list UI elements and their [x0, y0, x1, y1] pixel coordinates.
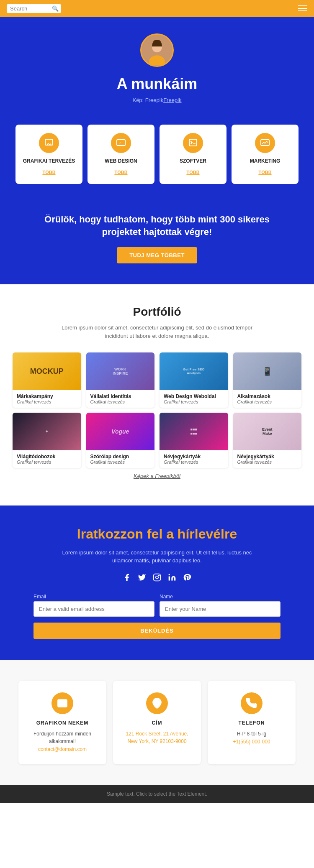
hero-title: A munkáim	[8, 75, 306, 93]
contact-address-text: 121 Rock Sreet, 21 Avenue, New York, NY …	[121, 730, 193, 745]
contact-card-email: GRAFIKON NEKEM Forduljon hozzám minden a…	[18, 681, 106, 764]
portfolio-item-cat-7: Grafikai tervezés	[237, 460, 298, 465]
svg-rect-6	[189, 139, 197, 146]
social-icons-row	[33, 573, 281, 584]
portfolio-item-7[interactable]: EventMake Névjegykártyák Grafikai tervez…	[233, 413, 302, 468]
contact-phone-link[interactable]: +1(555) 000-000	[233, 739, 270, 745]
site-footer: Sample text. Click to select the Text El…	[0, 785, 314, 803]
service-title-marketing: MARKETING	[237, 158, 293, 165]
portfolio-item-cat-5: Grafikai tervezés	[90, 460, 151, 465]
portfolio-grid: MOCKUP Márkakampány Grafikai tervezés WO…	[13, 352, 301, 468]
service-card-web: UI WEB DESIGN TÖBB	[88, 125, 154, 184]
phone-icon	[241, 692, 263, 714]
contact-card-phone: TELEFON H-P 8-tól 5-ig +1(555) 000-000	[208, 681, 296, 764]
portfolio-item-title-4: Világítódobozok	[17, 454, 77, 460]
marketing-icon	[255, 133, 275, 153]
newsletter-title: Iratkozzon fel a hírlevélre	[33, 526, 281, 542]
search-box[interactable]: 🔍	[7, 4, 61, 13]
svg-point-13	[156, 701, 159, 704]
svg-rect-4	[117, 140, 125, 146]
portfolio-item-title-0: Márkakampány	[17, 393, 77, 399]
service-more-szoftver[interactable]: TÖBB	[186, 170, 199, 175]
name-label: Name	[160, 594, 281, 600]
web-icon: UI	[111, 133, 131, 153]
portfolio-item-2[interactable]: Get Free SEOAnalysis Web Design Weboldal…	[160, 352, 228, 408]
hero-section: A munkáim Kép: FreepikFreepik	[0, 17, 314, 125]
service-more-grafikai[interactable]: TÖBB	[42, 170, 55, 175]
cta-button[interactable]: TUDJ MEG TÖBBET	[117, 247, 197, 263]
service-more-marketing[interactable]: TÖBB	[258, 170, 271, 175]
portfolio-item-cat-4: Grafikai tervezés	[17, 460, 77, 465]
svg-point-11	[169, 574, 170, 575]
portfolio-item-4[interactable]: ✦ Világítódobozok Grafikai tervezés	[13, 413, 81, 468]
service-card-grafikai: GRAFIKAI TERVEZÉS TÖBB	[15, 125, 82, 184]
linkedin-icon[interactable]	[168, 573, 176, 584]
svg-point-10	[159, 575, 160, 576]
email-field-group: Email	[33, 594, 154, 617]
portfolio-item-title-1: Vállalati identitás	[90, 393, 151, 399]
svg-text:UI: UI	[119, 141, 121, 144]
service-card-marketing: MARKETING TÖBB	[232, 125, 299, 184]
portfolio-item-title-7: Névjegykártyák	[237, 454, 298, 460]
email-input[interactable]	[33, 601, 154, 617]
portfolio-title: Portfólió	[13, 305, 301, 319]
services-section: GRAFIKAI TERVEZÉS TÖBB UI WEB DESIGN TÖB…	[0, 125, 314, 201]
contact-email-text: Forduljon hozzám minden alkalommal!	[27, 730, 98, 745]
footer-text: Sample text. Click to select the Text El…	[8, 791, 306, 797]
search-icon: 🔍	[52, 5, 59, 12]
instagram-icon[interactable]	[153, 573, 161, 584]
service-card-szoftver: SZOFTVER TÖBB	[160, 125, 226, 184]
portfolio-description: Lorem ipsum dolor sit amet, consectetur …	[52, 324, 262, 340]
portfolio-item-title-6: Névjegykártyák	[164, 454, 224, 460]
freepik-link[interactable]: Freepik	[163, 97, 181, 103]
svg-point-9	[156, 576, 159, 579]
cta-text: Örülök, hogy tudhatom, hogy több mint 30…	[25, 213, 289, 239]
newsletter-section: Iratkozzon fel a hírlevélre Lorem ipsum …	[0, 505, 314, 660]
service-title-grafikai: GRAFIKAI TERVEZÉS	[21, 158, 77, 165]
contact-email-link[interactable]: contact@domain.com	[38, 746, 87, 752]
location-icon	[146, 692, 168, 714]
portfolio-section: Portfólió Lorem ipsum dolor sit amet, co…	[0, 284, 314, 505]
szoftver-icon	[183, 133, 203, 153]
pinterest-icon[interactable]	[183, 573, 191, 584]
contact-phone-text: H-P 8-tól 5-ig	[216, 730, 287, 738]
portfolio-item-5[interactable]: Vogue Szórólap design Grafikai tervezés	[86, 413, 155, 468]
portfolio-item-6[interactable]: ■■■■■■ Névjegykártyák Grafikai tervezés	[160, 413, 228, 468]
portfolio-item-cat-2: Grafikai tervezés	[164, 399, 224, 404]
portfolio-source-link[interactable]: Képek a Freepikből	[134, 473, 180, 479]
contact-address-title: CÍM	[121, 720, 193, 726]
submit-button[interactable]: BEKÜLDÉS	[33, 623, 281, 639]
site-header: 🔍	[0, 0, 314, 17]
portfolio-item-cat-6: Grafikai tervezés	[164, 460, 224, 465]
service-title-web: WEB DESIGN	[93, 158, 149, 165]
svg-rect-8	[154, 574, 161, 581]
name-input[interactable]	[160, 601, 281, 617]
service-more-web[interactable]: TÖBB	[114, 170, 127, 175]
portfolio-item-cat-1: Grafikai tervezés	[90, 399, 151, 404]
search-input[interactable]	[10, 5, 52, 12]
portfolio-item-1[interactable]: WORKINSPIRE Vállalati identitás Grafikai…	[86, 352, 155, 408]
cta-section: Örülök, hogy tudhatom, hogy több mint 30…	[0, 201, 314, 285]
hamburger-menu[interactable]	[298, 5, 307, 11]
contact-card-address: CÍM 121 Rock Sreet, 21 Avenue, New York,…	[113, 681, 201, 764]
portfolio-source: Képek a Freepikből	[52, 472, 262, 480]
grafikai-icon	[39, 133, 59, 153]
portfolio-item-title-5: Szórólap design	[90, 454, 151, 460]
email-label: Email	[33, 594, 154, 600]
portfolio-item-cat-3: Grafikai tervezés	[237, 399, 298, 404]
contact-phone-title: TELEFON	[216, 720, 287, 726]
portfolio-item-3[interactable]: 📱 Alkalmazások Grafikai tervezés	[233, 352, 302, 408]
email-icon	[51, 692, 73, 714]
avatar	[140, 33, 174, 67]
twitter-icon[interactable]	[138, 573, 146, 584]
name-field-group: Name	[160, 594, 281, 617]
portfolio-item-0[interactable]: MOCKUP Márkakampány Grafikai tervezés	[13, 352, 81, 408]
portfolio-item-cat-0: Grafikai tervezés	[17, 399, 77, 404]
newsletter-description: Lorem ipsum dolor sit amet, consectetur …	[57, 549, 257, 565]
contact-email-title: GRAFIKON NEKEM	[27, 720, 98, 726]
hero-subtitle: Kép: FreepikFreepik	[8, 96, 306, 104]
contact-section: GRAFIKON NEKEM Forduljon hozzám minden a…	[0, 660, 314, 785]
service-title-szoftver: SZOFTVER	[165, 158, 221, 165]
facebook-icon[interactable]	[123, 573, 131, 584]
newsletter-form-row: Email Name	[33, 594, 281, 617]
